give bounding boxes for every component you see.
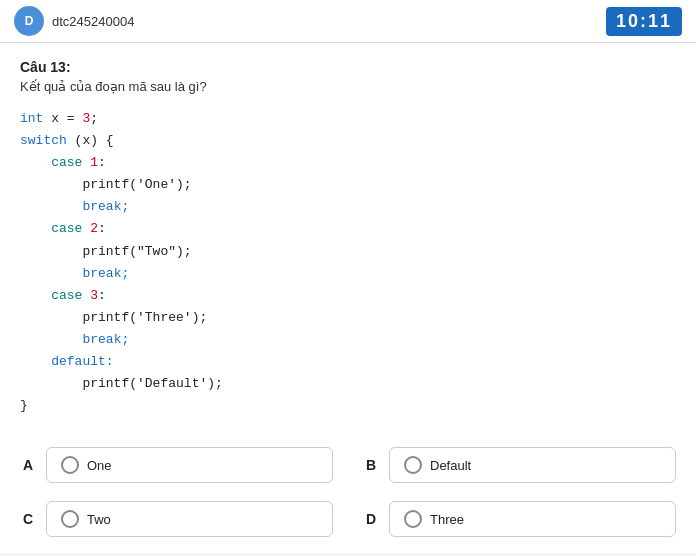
answer-option-d[interactable]: Three [389, 501, 676, 537]
answer-option-b[interactable]: Default [389, 447, 676, 483]
answer-text-b: Default [430, 458, 471, 473]
radio-b[interactable] [404, 456, 422, 474]
radio-d[interactable] [404, 510, 422, 528]
code-line-9: case 3: [20, 285, 676, 307]
code-line-2: switch (x) { [20, 130, 676, 152]
code-line-7: printf("Two"); [20, 241, 676, 263]
answer-text-c: Two [87, 512, 111, 527]
answer-label-b: B [363, 457, 379, 473]
timer-display: 10:11 [606, 7, 682, 36]
answer-label-c: C [20, 511, 36, 527]
code-line-10: printf('Three'); [20, 307, 676, 329]
code-line-6: case 2: [20, 218, 676, 240]
code-line-11: break; [20, 329, 676, 351]
answer-row-c: C Two [20, 501, 333, 537]
answer-row-d: D Three [363, 501, 676, 537]
code-block: int x = 3; switch (x) { case 1: printf('… [20, 108, 676, 417]
answer-option-c[interactable]: Two [46, 501, 333, 537]
code-line-3: case 1: [20, 152, 676, 174]
answer-label-a: A [20, 457, 36, 473]
code-line-5: break; [20, 196, 676, 218]
answer-label-d: D [363, 511, 379, 527]
answer-option-a[interactable]: One [46, 447, 333, 483]
page-header: D dtc245240004 10:11 [0, 0, 696, 43]
code-line-14: } [20, 395, 676, 417]
header-left: D dtc245240004 [14, 6, 134, 36]
code-line-13: printf('Default'); [20, 373, 676, 395]
avatar: D [14, 6, 44, 36]
code-line-8: break; [20, 263, 676, 285]
answer-row-b: B Default [363, 447, 676, 483]
answer-row-a: A One [20, 447, 333, 483]
answer-text-a: One [87, 458, 112, 473]
code-line-12: default: [20, 351, 676, 373]
radio-a[interactable] [61, 456, 79, 474]
main-content: Câu 13: Kết quả của đoạn mã sau là gì? i… [0, 43, 696, 553]
answer-text-d: Three [430, 512, 464, 527]
answers-grid: A One B Default C Two D Three [20, 447, 676, 537]
code-line-4: printf('One'); [20, 174, 676, 196]
question-number: Câu 13: [20, 59, 676, 75]
question-prompt: Kết quả của đoạn mã sau là gì? [20, 79, 676, 94]
code-line-1: int x = 3; [20, 108, 676, 130]
student-id: dtc245240004 [52, 14, 134, 29]
radio-c[interactable] [61, 510, 79, 528]
